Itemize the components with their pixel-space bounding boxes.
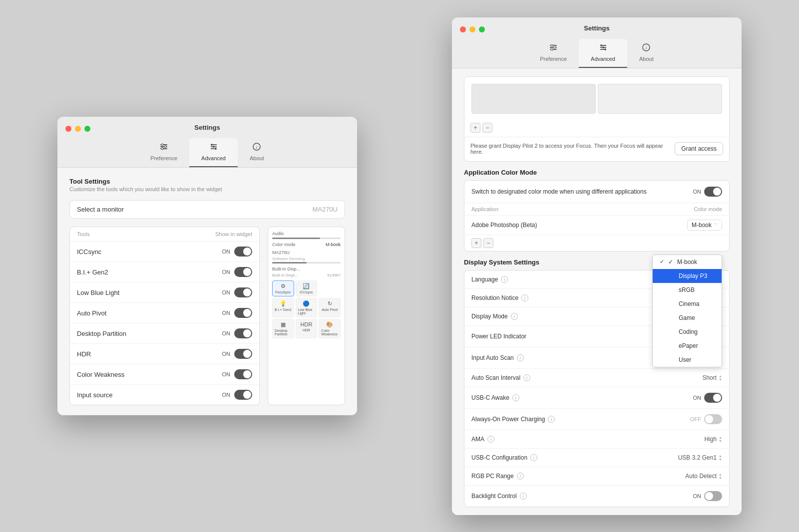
minimize-button-right[interactable] xyxy=(469,26,475,32)
usbcawake-toggle-label: ON xyxy=(693,395,702,401)
widget-icon-autopivot[interactable]: ↻ Auto Pivot xyxy=(319,298,341,317)
tab-advanced-right[interactable]: Advanced xyxy=(579,39,627,68)
minimize-button[interactable] xyxy=(75,126,81,132)
ama-stepper[interactable]: ▲▼ xyxy=(719,436,722,443)
setting-value-ama[interactable]: High ▲▼ xyxy=(704,436,722,443)
toggle-iccsync[interactable]: ON xyxy=(222,247,253,257)
widget-icon-iccsync[interactable]: 🔄 ICCsync xyxy=(296,280,318,296)
toggle-bi[interactable]: ON xyxy=(222,267,253,277)
setting-value-powercharging[interactable]: OFF xyxy=(690,414,722,424)
dropdown-item-mbook[interactable]: ✓ M-book xyxy=(653,255,722,269)
grant-access-button[interactable]: Grant access xyxy=(675,142,723,155)
toggle-switch-colorweakness[interactable] xyxy=(234,369,252,379)
ama-val: High xyxy=(704,436,717,443)
toggle-lowblue[interactable]: ON xyxy=(222,287,253,297)
usbcawake-toggle[interactable] xyxy=(704,393,722,403)
color-mode-header-row: Switch to designated color mode when usi… xyxy=(464,181,729,203)
toggle-autopivot[interactable]: ON xyxy=(222,308,253,318)
tab-advanced-label-right: Advanced xyxy=(591,56,615,62)
color-mode-col-header: Color mode xyxy=(694,206,722,212)
color-mode-dropdown: ✓ M-book Display P3 sRGB Cinema Ga xyxy=(652,255,722,367)
rgbrange-val: Auto Detect xyxy=(685,473,717,480)
widget-icon-hdr[interactable]: HDR HDR xyxy=(296,319,318,338)
right-tab-bar: Preference Advanced xyxy=(528,39,666,68)
info-icon-powercharging[interactable]: i xyxy=(548,416,555,423)
toggle-switch-iccsync[interactable] xyxy=(234,247,252,257)
close-button[interactable] xyxy=(65,126,71,132)
setting-value-usbcawake[interactable]: ON xyxy=(693,393,723,403)
backlight-toggle-label: ON xyxy=(693,493,702,499)
usbcconfig-stepper[interactable]: ▲▼ xyxy=(719,454,722,461)
dropdown-item-displayp3[interactable]: Display P3 xyxy=(653,269,722,283)
toggle-switch-hdr[interactable] xyxy=(234,349,252,359)
app-table-actions: + − xyxy=(464,235,729,251)
tab-preference-right[interactable]: Preference xyxy=(528,39,579,68)
dropdown-item-srgb[interactable]: sRGB xyxy=(653,283,722,297)
setting-value-backlight[interactable]: ON xyxy=(693,491,723,501)
color-mode-select-photoshop[interactable]: M-book ⌃ xyxy=(687,220,722,231)
backlight-toggle[interactable] xyxy=(704,491,722,501)
tab-advanced-left[interactable]: Advanced xyxy=(189,138,238,167)
toggle-switch-desktop[interactable] xyxy=(234,328,252,338)
info-icon-language[interactable]: i xyxy=(501,276,508,283)
powercharging-toggle[interactable] xyxy=(704,414,722,424)
dropdown-item-epaper[interactable]: ePaper xyxy=(653,339,722,353)
tab-about-label-right: About xyxy=(639,56,654,62)
color-mode-toggle-switch[interactable] xyxy=(704,187,722,197)
toggle-switch-inputsource[interactable] xyxy=(234,390,252,400)
info-icon-backlight[interactable]: i xyxy=(520,493,527,500)
tab-preference-left[interactable]: Preference xyxy=(138,138,189,167)
info-icon-resolution[interactable]: i xyxy=(521,294,528,301)
app-add-btn[interactable]: + xyxy=(471,238,481,248)
advanced-icon-left xyxy=(209,142,218,153)
toggle-switch-bi[interactable] xyxy=(234,267,252,277)
widget-icon-colorweakness2[interactable]: 🎨 Color Weakness xyxy=(319,319,341,338)
toggle-colorweakness[interactable]: ON xyxy=(222,369,253,379)
setting-value-rgbrange[interactable]: Auto Detect ▲▼ xyxy=(685,473,722,480)
tab-preference-label-right: Preference xyxy=(540,56,567,62)
info-icon-rgbrange[interactable]: i xyxy=(517,473,524,480)
close-button-right[interactable] xyxy=(460,26,466,32)
maximize-button-right[interactable] xyxy=(479,26,485,32)
info-icon-displaymode[interactable]: i xyxy=(511,313,518,320)
dropdown-item-coding[interactable]: Coding xyxy=(653,325,722,339)
tools-list: Tools Show in widget ICCsync ON B.I.+ Ge… xyxy=(69,227,260,405)
toggle-label-hdr: ON xyxy=(222,351,231,357)
tab-about-left[interactable]: i About xyxy=(238,138,276,167)
widget-icon-focusync[interactable]: ⚙ FocuSync xyxy=(272,280,294,296)
toggle-switch-lowblue[interactable] xyxy=(234,287,252,297)
toggle-label-bi: ON xyxy=(222,269,231,275)
scaninterval-stepper[interactable]: ▲▼ xyxy=(719,374,722,381)
color-mode-toggle[interactable]: ON xyxy=(693,187,723,197)
setting-value-scaninterval[interactable]: Short ▲▼ xyxy=(702,374,722,381)
widget-audio-label: Audio xyxy=(272,231,284,236)
info-icon-autoscan[interactable]: i xyxy=(517,354,524,361)
rgbrange-stepper[interactable]: ▲▼ xyxy=(719,473,722,480)
tab-about-right[interactable]: i About xyxy=(627,39,666,68)
info-icon-usbcawake[interactable]: i xyxy=(512,394,519,401)
setting-text-autoscan: Input Auto Scan xyxy=(471,354,514,361)
app-remove-btn[interactable]: − xyxy=(483,238,493,248)
maximize-button[interactable] xyxy=(84,126,90,132)
widget-icon-desktoppart[interactable]: ▦ Desktop Partition xyxy=(272,319,294,338)
toggle-switch-autopivot[interactable] xyxy=(234,308,252,318)
dropdown-item-cinema[interactable]: Cinema xyxy=(653,297,722,311)
dropdown-item-game[interactable]: Game xyxy=(653,311,722,325)
focus-remove-btn[interactable]: − xyxy=(482,123,492,133)
left-settings-window: Settings Preference xyxy=(57,117,357,415)
info-icon-usbcconfig[interactable]: i xyxy=(530,454,537,461)
monitor-selector[interactable]: Select a monitor MA270U xyxy=(69,200,345,219)
tools-col-header: Tools xyxy=(77,231,90,237)
widget-icon-bi[interactable]: 💡 B.I.+ Gen2 xyxy=(272,298,294,317)
info-icon-ama[interactable]: i xyxy=(487,436,494,443)
toggle-hdr[interactable]: ON xyxy=(222,349,253,359)
tool-row-bi: B.I.+ Gen2 ON xyxy=(70,262,259,282)
dropdown-item-user[interactable]: User xyxy=(653,353,722,367)
info-icon-scaninterval[interactable]: i xyxy=(523,374,530,381)
toggle-inputsource[interactable]: ON xyxy=(222,390,253,400)
widget-icon-lowblue[interactable]: 🔵 Low Blue Light xyxy=(296,298,318,317)
right-settings-window: Settings Preference xyxy=(452,17,742,515)
focus-add-btn[interactable]: + xyxy=(470,123,480,133)
toggle-desktop[interactable]: ON xyxy=(222,328,253,338)
setting-value-usbcconfig[interactable]: USB 3.2 Gen1 ▲▼ xyxy=(678,454,722,461)
